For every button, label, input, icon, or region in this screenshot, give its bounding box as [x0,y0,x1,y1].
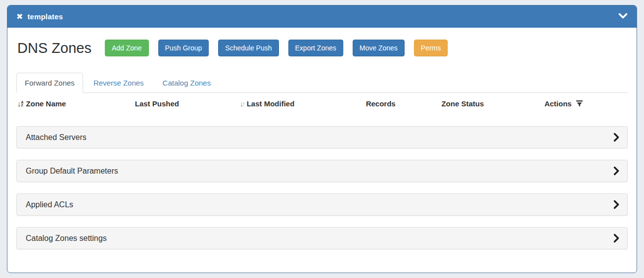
column-actions[interactable]: Actions [545,99,627,108]
templates-panel: ✖ templates DNS Zones Add Zone Push Grou… [7,5,637,273]
filter-icon[interactable] [576,100,583,107]
export-zones-button[interactable]: Export Zones [288,40,343,57]
accordion-applied-acls[interactable]: Applied ACLs [16,193,628,216]
column-label: Last Pushed [135,99,179,108]
panel-header: ✖ templates [7,5,637,28]
column-last-pushed[interactable]: Last Pushed [135,99,240,108]
column-label: Zone Name [26,99,66,108]
sort-up-down-icon[interactable]: ↓ ↑ [240,100,244,107]
tab-catalog-zones[interactable]: Catalog Zones [154,73,220,93]
close-icon[interactable]: ✖ [16,13,23,21]
perms-button[interactable]: Perms [414,40,448,57]
column-zone-name[interactable]: ↓ A Z Zone Name [17,99,135,108]
column-label: Zone Status [441,99,484,108]
push-group-button[interactable]: Push Group [158,40,209,57]
chevron-right-icon [613,200,619,209]
accordion-label: Group Default Parameters [26,167,118,176]
accordion-label: Attached Servers [26,133,87,142]
add-zone-button[interactable]: Add Zone [105,40,149,57]
column-records[interactable]: Records [366,99,442,108]
chevron-right-icon [613,233,619,243]
column-label: Last Modified [247,99,295,108]
collapse-panel-button[interactable] [618,12,628,21]
accordion-attached-servers[interactable]: Attached Servers [16,126,628,148]
column-zone-status[interactable]: Zone Status [441,99,544,108]
sort-alpha-down-icon[interactable]: ↓ A Z [17,100,24,107]
move-zones-button[interactable]: Move Zones [353,40,405,57]
accordion-group-default-parameters[interactable]: Group Default Parameters [16,160,628,182]
accordion-label: Catalog Zones settings [26,234,107,243]
zones-table-header: ↓ A Z Zone Name Last Pushed ↓ ↑ Last Mod… [16,93,628,113]
schedule-push-button[interactable]: Schedule Push [218,40,278,57]
tab-reverse-zones[interactable]: Reverse Zones [85,73,152,93]
chevron-right-icon [613,166,619,176]
column-last-modified[interactable]: ↓ ↑ Last Modified [240,99,366,108]
column-label: Records [366,99,396,108]
zones-tab-bar: Forward Zones Reverse Zones Catalog Zone… [16,73,628,93]
settings-accordions: Attached Servers Group Default Parameter… [16,126,628,249]
panel-title: templates [27,12,63,21]
accordion-catalog-zones-settings[interactable]: Catalog Zones settings [16,227,628,249]
chevron-down-icon [618,12,628,21]
page-title: DNS Zones [17,40,92,56]
panel-body: DNS Zones Add Zone Push Group Schedule P… [7,28,637,249]
tab-forward-zones[interactable]: Forward Zones [16,73,83,93]
title-toolbar: DNS Zones Add Zone Push Group Schedule P… [16,38,628,58]
accordion-label: Applied ACLs [26,200,73,209]
chevron-right-icon [613,133,619,142]
column-label: Actions [545,99,572,108]
